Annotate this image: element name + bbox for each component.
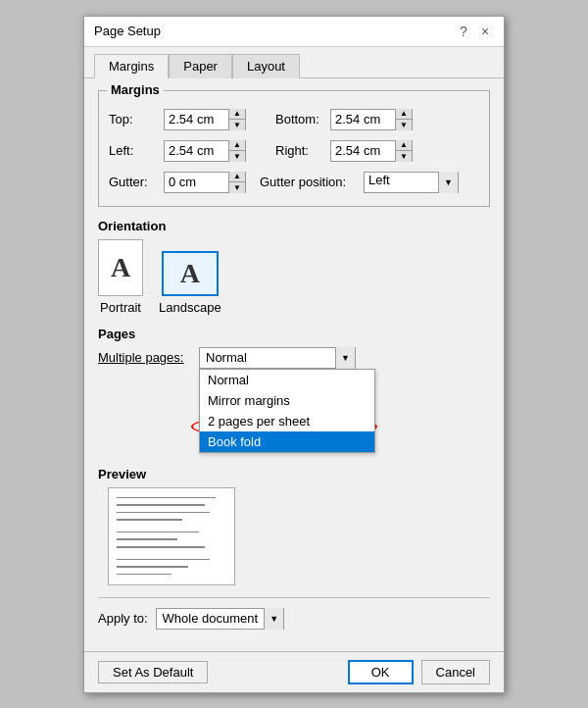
left-margin-row: Left: ▲ ▼ [109, 140, 246, 162]
gutter-pos-row: Gutter position: Left ▼ [260, 172, 459, 193]
gutter-label: Gutter: [109, 175, 158, 189]
apply-to-row: Apply to: Whole document ▼ [98, 597, 490, 630]
right-down-arrow[interactable]: ▼ [396, 151, 412, 162]
multiple-pages-list: Normal Mirror margins 2 pages per sheet … [199, 369, 375, 453]
left-arrows: ▲ ▼ [228, 140, 245, 162]
landscape-option[interactable]: A Landscape [159, 251, 221, 315]
gutter-spinner: ▲ ▼ [164, 172, 246, 193]
set-as-default-button[interactable]: Set As Default [98, 661, 208, 683]
option-mirror[interactable]: Mirror margins [200, 390, 374, 411]
title-bar-buttons: ? × [455, 23, 494, 40]
gutter-pos-arrow[interactable]: ▼ [438, 172, 458, 193]
option-normal[interactable]: Normal [200, 370, 374, 390]
bottom-up-arrow[interactable]: ▲ [396, 109, 412, 120]
landscape-icon[interactable]: A [162, 251, 219, 296]
gutter-input[interactable] [165, 173, 228, 192]
preview-line-5 [117, 531, 199, 533]
margins-group: Margins Top: ▲ ▼ Bottom: [98, 90, 490, 207]
gutter-pos-label: Gutter position: [260, 175, 358, 189]
apply-to-arrow-icon[interactable]: ▼ [264, 608, 283, 630]
gutter-arrows: ▲ ▼ [228, 172, 245, 193]
tab-layout[interactable]: Layout [232, 54, 300, 78]
tab-margins[interactable]: Margins [94, 54, 169, 78]
bottom-down-arrow[interactable]: ▼ [396, 120, 412, 130]
apply-to-label: Apply to: [98, 611, 148, 626]
preview-line-3 [117, 512, 210, 514]
bottom-input[interactable] [331, 110, 395, 129]
portrait-icon[interactable]: A [98, 239, 143, 296]
preview-line-1 [117, 497, 216, 499]
right-label: Right: [275, 143, 324, 158]
top-margin-row: Top: ▲ ▼ [109, 109, 246, 130]
gutter-row: Gutter: ▲ ▼ [109, 172, 246, 193]
bottom-margin-row: Bottom: ▲ ▼ [275, 109, 413, 130]
preview-box [108, 487, 235, 585]
landscape-label: Landscape [159, 300, 221, 315]
top-input[interactable] [165, 110, 228, 129]
left-down-arrow[interactable]: ▼ [229, 151, 245, 162]
tab-content: Margins Top: ▲ ▼ Bottom: [84, 78, 504, 651]
portrait-option[interactable]: A Portrait [98, 239, 143, 315]
portrait-label: Portrait [100, 300, 141, 315]
multiple-pages-label: Multiple pages: [98, 350, 191, 365]
preview-label: Preview [98, 467, 490, 481]
top-arrows: ▲ ▼ [228, 109, 245, 130]
bottom-bar: Set As Default OK Cancel [84, 651, 504, 692]
bottom-arrows: ▲ ▼ [395, 109, 412, 130]
pages-section: Pages Multiple pages: Normal ▼ Normal Mi… [98, 327, 490, 369]
top-label: Top: [109, 112, 158, 126]
gutter-pos-value: Left [365, 173, 438, 192]
preview-line-9 [117, 566, 188, 568]
preview-line-8 [117, 559, 210, 561]
apply-to-value: Whole document [157, 611, 265, 626]
top-spinner: ▲ ▼ [164, 109, 246, 130]
preview-line-10 [117, 574, 172, 576]
right-margin-row: Right: ▲ ▼ [275, 140, 413, 162]
left-up-arrow[interactable]: ▲ [229, 140, 245, 151]
multiple-pages-dropdown: Normal ▼ Normal Mirror margins 2 pages p… [199, 347, 356, 369]
multiple-pages-value: Normal [200, 350, 335, 365]
cancel-button[interactable]: Cancel [421, 660, 490, 684]
title-bar: Page Setup ? × [84, 17, 504, 47]
gutter-up-arrow[interactable]: ▲ [229, 172, 245, 182]
dropdown-arrow-icon[interactable]: ▼ [335, 347, 355, 369]
top-up-arrow[interactable]: ▲ [229, 109, 245, 120]
pages-label: Pages [98, 327, 490, 341]
left-input[interactable] [165, 141, 228, 161]
multiple-pages-row: Multiple pages: Normal ▼ Normal Mirror m… [98, 347, 490, 369]
ok-button[interactable]: OK [348, 660, 414, 684]
preview-line-6 [117, 538, 177, 540]
multiple-pages-button[interactable]: Normal ▼ [199, 347, 356, 369]
left-spinner: ▲ ▼ [164, 140, 246, 162]
left-label: Left: [109, 143, 158, 158]
page-setup-dialog: Page Setup ? × Margins Paper Layout Marg… [83, 16, 505, 693]
gutter-down-arrow[interactable]: ▼ [229, 182, 245, 193]
right-up-arrow[interactable]: ▲ [396, 140, 412, 151]
bottom-right-buttons: OK Cancel [348, 660, 490, 684]
apply-to-select[interactable]: Whole document ▼ [156, 608, 285, 630]
preview-line-4 [117, 519, 182, 521]
option-bookfold[interactable]: Book fold [200, 431, 374, 452]
preview-line-7 [117, 546, 205, 548]
close-button[interactable]: × [476, 23, 494, 40]
orientation-label: Orientation [98, 219, 490, 233]
margins-group-label: Margins [107, 82, 164, 97]
gutter-pos-select[interactable]: Left ▼ [364, 172, 459, 193]
right-arrows: ▲ ▼ [395, 140, 412, 162]
bottom-spinner: ▲ ▼ [330, 109, 413, 130]
option-2pages[interactable]: 2 pages per sheet [200, 411, 374, 431]
preview-section: Preview [98, 467, 490, 585]
right-input[interactable] [331, 141, 395, 161]
right-spinner: ▲ ▼ [330, 140, 413, 162]
bottom-label: Bottom: [275, 112, 324, 126]
help-button[interactable]: ? [455, 23, 472, 40]
tab-paper[interactable]: Paper [169, 54, 232, 78]
dialog-title: Page Setup [94, 24, 161, 38]
orientation-options: A Portrait A Landscape [98, 239, 490, 315]
preview-line-2 [117, 504, 205, 506]
tab-bar: Margins Paper Layout [84, 47, 504, 78]
orientation-section: Orientation A Portrait A Landscape [98, 219, 490, 315]
top-down-arrow[interactable]: ▼ [229, 120, 245, 130]
